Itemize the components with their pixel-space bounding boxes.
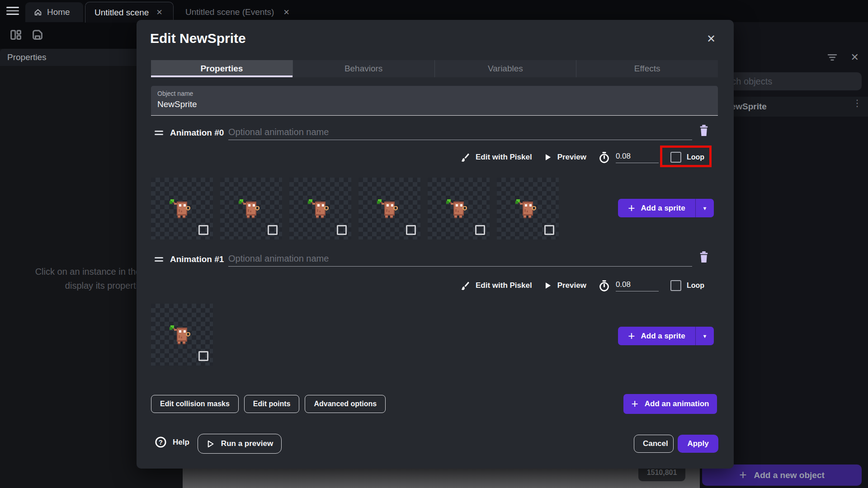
sprite-frame[interactable]	[428, 178, 490, 239]
dialog-tabs: Properties Behaviors Variables Effects	[151, 60, 718, 77]
animation-0-header: Animation #0	[137, 127, 734, 142]
tab-events-label: Untitled scene (Events)	[185, 7, 274, 17]
frame-checkbox[interactable]	[406, 225, 416, 235]
loop-label: Loop	[687, 282, 704, 290]
animation-0-name-input[interactable]	[228, 125, 692, 140]
delete-animation-icon[interactable]	[698, 124, 711, 138]
advanced-options-button[interactable]: Advanced options	[305, 395, 386, 413]
tab-properties[interactable]: Properties	[151, 60, 292, 77]
frame-checkbox[interactable]	[475, 225, 485, 235]
dialog-title: Edit NewSprite	[150, 31, 246, 46]
animation-0-frames	[151, 178, 559, 239]
animation-1-name-input[interactable]	[228, 251, 692, 267]
object-name-field[interactable]: Object name	[151, 86, 718, 116]
object-item-menu-icon[interactable]: ⋮	[853, 101, 862, 105]
properties-title: Properties	[7, 52, 47, 62]
pig-sprite	[513, 196, 539, 222]
tab-effects[interactable]: Effects	[576, 60, 718, 77]
frame-checkbox[interactable]	[544, 225, 554, 235]
close-panel-icon[interactable]: ✕	[851, 52, 859, 63]
edit-collision-masks-button[interactable]: Edit collision masks	[151, 395, 239, 413]
tab-home[interactable]: Home	[25, 2, 83, 22]
pig-sprite	[375, 196, 401, 222]
loop-checkbox[interactable]	[670, 280, 681, 291]
edit-sprite-dialog: Edit NewSprite ✕ Properties Behaviors Va…	[137, 20, 734, 469]
tab-scene-label: Untitled scene	[94, 8, 149, 18]
animation-1-frames	[151, 304, 213, 366]
frame-checkbox[interactable]	[198, 351, 208, 361]
sprite-frame[interactable]	[220, 178, 282, 239]
cancel-button[interactable]: Cancel	[634, 435, 674, 453]
sprite-frame[interactable]	[151, 304, 213, 366]
object-name-label: Object name	[157, 90, 193, 97]
tab-variables[interactable]: Variables	[434, 60, 576, 77]
animation-0-actions: Edit with Piskel Preview Loop	[460, 149, 704, 165]
brush-icon	[460, 281, 470, 291]
add-new-object-label: Add a new object	[754, 470, 825, 480]
animation-1-label: Animation #1	[170, 254, 224, 264]
tab-behaviors[interactable]: Behaviors	[292, 60, 434, 77]
pig-sprite	[306, 196, 332, 222]
save-icon[interactable]	[31, 28, 44, 42]
edit-with-piskel-button[interactable]: Edit with Piskel	[476, 153, 532, 162]
frame-checkbox[interactable]	[268, 225, 278, 235]
run-preview-label: Run a preview	[221, 439, 273, 448]
frame-checkbox[interactable]	[198, 225, 208, 235]
sprite-frame[interactable]	[151, 178, 213, 239]
add-sprite-button[interactable]: + Add a sprite ▼	[618, 199, 714, 217]
add-sprite-dropdown-icon[interactable]: ▼	[695, 199, 714, 217]
tab-home-label: Home	[47, 7, 70, 17]
add-sprite-dropdown-icon[interactable]: ▼	[695, 327, 714, 345]
time-between-frames-input[interactable]	[616, 280, 659, 291]
drag-handle-icon[interactable]	[155, 257, 163, 263]
animation-1-actions: Edit with Piskel Preview Loop	[460, 277, 704, 294]
play-icon	[544, 281, 552, 290]
edit-points-button[interactable]: Edit points	[244, 395, 300, 413]
frame-checkbox[interactable]	[337, 225, 347, 235]
sprite-frame[interactable]	[289, 178, 351, 239]
help-button[interactable]: ? Help	[155, 436, 189, 448]
svg-text:?: ?	[159, 439, 163, 446]
loop-checkbox[interactable]	[670, 152, 681, 163]
play-icon	[544, 153, 552, 162]
filter-icon[interactable]	[826, 52, 838, 63]
timer-icon	[598, 151, 610, 164]
brush-icon	[460, 152, 470, 163]
sprite-frame[interactable]	[497, 178, 559, 239]
delete-animation-icon[interactable]	[698, 250, 711, 265]
help-label: Help	[173, 438, 189, 447]
close-tab-icon[interactable]: ✕	[283, 8, 289, 17]
close-tab-icon[interactable]: ✕	[156, 8, 162, 17]
add-sprite-label: Add a sprite	[641, 332, 685, 341]
apply-button[interactable]: Apply	[678, 435, 718, 453]
add-sprite-button[interactable]: + Add a sprite ▼	[618, 327, 714, 345]
add-animation-label: Add an animation	[645, 399, 709, 408]
animation-1-header: Animation #1	[137, 253, 734, 268]
edit-with-piskel-button[interactable]: Edit with Piskel	[476, 281, 532, 290]
dialog-close-icon[interactable]: ✕	[707, 33, 716, 45]
pig-sprite	[167, 196, 193, 222]
home-icon	[33, 8, 42, 17]
drag-handle-icon[interactable]	[155, 131, 163, 137]
timer-icon	[598, 280, 610, 292]
animation-0-label: Animation #0	[170, 128, 224, 138]
top-bar: Home Untitled scene ✕ Untitled scene (Ev…	[0, 0, 868, 22]
sprite-frame[interactable]	[359, 178, 420, 239]
object-name-input[interactable]	[157, 99, 700, 109]
add-animation-button[interactable]: + Add an animation	[623, 394, 717, 414]
help-icon: ?	[155, 436, 167, 448]
panels-layout-icon[interactable]	[9, 28, 23, 42]
preview-button[interactable]: Preview	[557, 153, 586, 162]
preview-button[interactable]: Preview	[557, 281, 586, 290]
loop-label: Loop	[687, 153, 704, 161]
add-sprite-label: Add a sprite	[641, 204, 685, 213]
pig-sprite	[444, 196, 470, 222]
pig-sprite	[236, 196, 263, 222]
time-between-frames-input[interactable]	[616, 152, 659, 163]
menu-icon[interactable]	[6, 7, 19, 16]
pig-sprite	[167, 322, 193, 348]
play-outline-icon	[206, 440, 215, 448]
run-preview-button[interactable]: Run a preview	[198, 434, 282, 454]
